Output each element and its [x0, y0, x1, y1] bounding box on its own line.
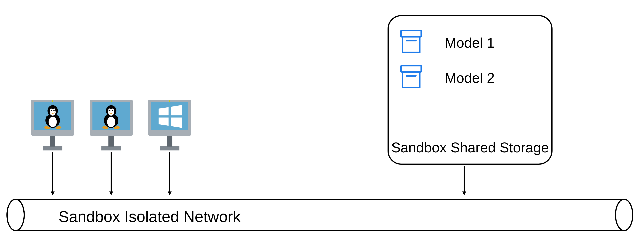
storage-box: Model 1 Model 2 Sandbox Shared Storage — [388, 16, 552, 164]
network-bus: Sandbox Isolated Network — [7, 199, 633, 230]
monitor-icon — [148, 100, 191, 151]
computer-windows-1 — [148, 100, 191, 151]
diagram-root: Sandbox Isolated Network Model 1 — [0, 0, 644, 246]
svg-point-20 — [616, 199, 633, 230]
network-label: Sandbox Isolated Network — [58, 208, 241, 225]
computer-linux-1 — [31, 100, 74, 151]
svg-point-19 — [7, 199, 24, 230]
storage-item-label: Model 2 — [445, 70, 494, 86]
storage-title: Sandbox Shared Storage — [391, 140, 549, 155]
computer-linux-2 — [90, 100, 132, 151]
storage-item-label: Model 1 — [445, 35, 494, 51]
